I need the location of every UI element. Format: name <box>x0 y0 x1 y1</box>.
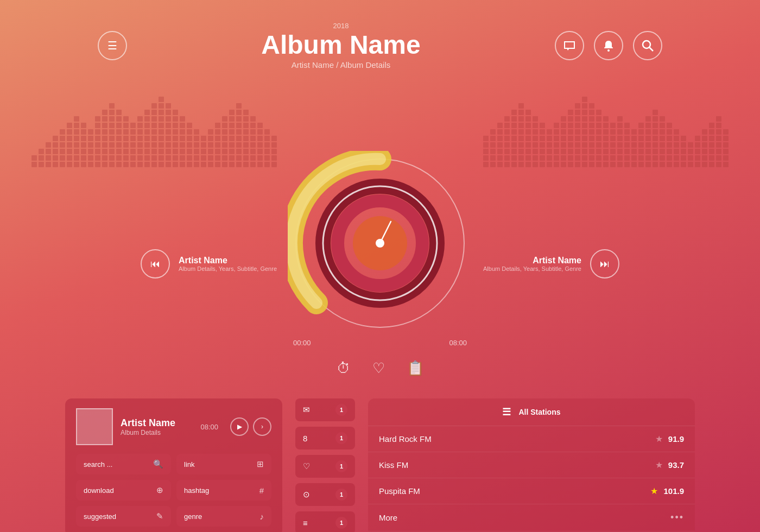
search-action-icon: 🔍 <box>153 459 163 469</box>
np-top-row: Artist Name Album Details 08:00 ▶ › <box>76 408 271 445</box>
station-row-more[interactable]: More ••• <box>368 504 695 531</box>
play-button[interactable]: ▶ <box>230 417 249 436</box>
station-row-2[interactable]: Kiss FM ★ 93.7 <box>368 452 695 478</box>
now-playing-card: Artist Name Album Details 08:00 ▶ › sear… <box>65 398 282 532</box>
stations-panel: ☰ All Stations Hard Rock FM ★ 91.9 Kiss … <box>368 398 695 532</box>
download-action[interactable]: download ⊕ <box>76 480 171 501</box>
hashtag-action[interactable]: hashtag # <box>176 480 271 501</box>
menu-icon[interactable]: ☰ <box>98 31 127 60</box>
svg-point-0 <box>607 49 610 52</box>
hashtag-action-icon: # <box>259 486 264 495</box>
station-star-1[interactable]: ★ <box>655 434 663 444</box>
station-freq-3: 101.9 <box>663 486 684 496</box>
download-label: download <box>84 486 114 495</box>
list-icon[interactable]: 📋 <box>407 360 424 377</box>
notif-record-icon: ⊙ <box>303 490 310 499</box>
notif-list[interactable]: ≡ 1 <box>295 511 355 532</box>
skip-button[interactable]: › <box>253 417 271 436</box>
svg-line-2 <box>649 47 653 51</box>
hashtag-label: hashtag <box>184 486 209 495</box>
notif-mail-icon: ✉ <box>303 405 310 415</box>
prev-track-info: Artist Name Album Details, Years, Subtit… <box>179 256 277 272</box>
stations-menu-icon: ☰ <box>502 406 511 418</box>
prev-button[interactable]: ⏮ <box>141 249 170 278</box>
notif-8[interactable]: 8 1 <box>295 427 355 449</box>
time-end: 08:00 <box>449 339 467 347</box>
circular-player <box>288 151 472 335</box>
station-name-3: Puspita FM <box>379 486 650 496</box>
prev-artist-name: Artist Name <box>179 256 277 265</box>
heart-icon[interactable]: ♡ <box>372 360 385 377</box>
genre-label: genre <box>184 512 202 521</box>
album-title: Album Name <box>261 32 420 58</box>
time-labels: 00:00 08:00 <box>288 339 472 347</box>
next-track-info: Artist Name Album Details, Years, Subtit… <box>483 256 581 272</box>
link-action-icon: ⊞ <box>257 459 264 469</box>
svg-point-1 <box>643 41 650 48</box>
year-label: 2018 <box>261 22 420 30</box>
notif-heart-badge: 1 <box>335 460 347 472</box>
bottom-section: Artist Name Album Details 08:00 ▶ › sear… <box>0 383 760 532</box>
notif-record[interactable]: ⊙ 1 <box>295 483 355 506</box>
chat-button[interactable] <box>555 31 584 60</box>
station-star-3[interactable]: ★ <box>650 486 658 496</box>
notif-8-badge: 1 <box>335 432 347 444</box>
notif-list-icon: ≡ <box>303 518 308 528</box>
np-time: 08:00 <box>200 423 218 431</box>
np-actions: search ... 🔍 link ⊞ download ⊕ hashtag #… <box>76 454 271 527</box>
notif-mail-badge: 1 <box>335 404 347 416</box>
station-row-1[interactable]: Hard Rock FM ★ 91.9 <box>368 426 695 452</box>
notif-mail[interactable]: ✉ 1 <box>295 398 355 421</box>
notif-list-badge: 1 <box>335 517 347 529</box>
station-star-2[interactable]: ★ <box>655 460 663 470</box>
bell-button[interactable] <box>594 31 623 60</box>
np-info: Artist Name Album Details <box>121 417 188 436</box>
station-name-2: Kiss FM <box>379 460 655 470</box>
station-name-1: Hard Rock FM <box>379 434 655 444</box>
next-button[interactable]: ⏭ <box>590 249 619 278</box>
np-controls: ▶ › <box>230 417 271 436</box>
header-center: 2018 Album Name Artist Name / Album Deta… <box>261 22 420 69</box>
station-freq-1: 91.9 <box>668 434 684 444</box>
album-subtitle: Artist Name / Album Details <box>261 60 420 69</box>
time-start: 00:00 <box>293 339 311 347</box>
genre-action[interactable]: genre ♪ <box>176 506 271 527</box>
search-action[interactable]: search ... 🔍 <box>76 454 171 474</box>
prev-track: ⏮ Artist Name Album Details, Years, Subt… <box>136 249 288 278</box>
notification-panel: ✉ 1 8 1 ♡ 1 ⊙ 1 ≡ 1 <box>295 398 355 532</box>
next-artist-name: Artist Name <box>483 256 581 265</box>
prev-track-desc: Album Details, Years, Subtitle, Genre <box>179 265 277 272</box>
download-action-icon: ⊕ <box>156 485 163 495</box>
station-row-3[interactable]: Puspita FM ★ 101.9 <box>368 478 695 504</box>
action-icons: ⏱ ♡ 📋 <box>337 360 424 377</box>
station-name-more: More <box>379 513 670 522</box>
clock-icon[interactable]: ⏱ <box>337 360 351 377</box>
station-more-dots: ••• <box>670 512 684 523</box>
search-button[interactable] <box>633 31 662 60</box>
np-artist-name: Artist Name <box>121 417 188 429</box>
genre-action-icon: ♪ <box>260 512 264 521</box>
notif-8-icon: 8 <box>303 434 307 443</box>
next-track-desc: Album Details, Years, Subtitle, Genre <box>483 265 581 272</box>
stations-header: ☰ All Stations <box>368 398 695 426</box>
notif-heart-icon: ♡ <box>303 461 310 471</box>
suggested-action[interactable]: suggested ✎ <box>76 506 171 527</box>
suggested-label: suggested <box>84 512 116 521</box>
album-art <box>76 408 113 445</box>
link-action[interactable]: link ⊞ <box>176 454 271 474</box>
next-track: Artist Name Album Details, Years, Subtit… <box>472 249 624 278</box>
header: ☰ 2018 Album Name Artist Name / Album De… <box>0 0 760 80</box>
player-section: ⏮ Artist Name Album Details, Years, Subt… <box>0 151 760 377</box>
header-icons <box>555 31 662 60</box>
stations-title: All Stations <box>518 408 560 416</box>
notif-heart[interactable]: ♡ 1 <box>295 455 355 478</box>
station-freq-2: 93.7 <box>668 460 684 470</box>
suggested-action-icon: ✎ <box>156 511 163 521</box>
notif-record-badge: 1 <box>335 489 347 501</box>
link-label: link <box>184 460 195 468</box>
search-label: search ... <box>84 460 112 468</box>
np-album-name: Album Details <box>121 429 188 436</box>
